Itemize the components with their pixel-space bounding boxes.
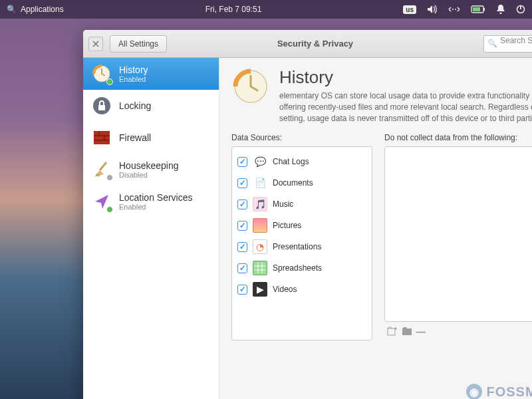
svg-rect-10 [94, 131, 110, 144]
sidebar-item-locking[interactable]: Locking [83, 90, 219, 122]
source-label: Videos [273, 285, 297, 294]
checkbox[interactable] [237, 263, 247, 273]
checkbox[interactable] [237, 242, 247, 252]
sidebar-item-label: History [119, 65, 148, 75]
power-icon[interactable] [516, 5, 525, 14]
source-pictures[interactable]: Pictures [236, 215, 368, 236]
exclude-label: Do not collect data from the following: [384, 133, 532, 142]
panel-datetime[interactable]: Fri, Feb 7 09:51 [205, 5, 262, 14]
add-folder-button[interactable] [402, 327, 412, 338]
chat-icon: 💬 [253, 154, 267, 169]
sidebar-item-label: Housekeeping [119, 160, 179, 171]
source-label: Music [273, 200, 293, 209]
source-label: Pictures [273, 221, 301, 230]
sources-list: 💬 Chat Logs 📄 Documents 🎵 Music [231, 146, 372, 340]
network-icon[interactable] [448, 5, 460, 13]
sidebar-item-label: Firewall [119, 132, 151, 143]
watermark: ◉ FOSSMint [466, 384, 532, 399]
checkbox[interactable] [237, 200, 247, 209]
source-label: Documents [273, 178, 313, 188]
svg-rect-3 [473, 7, 480, 11]
battery-icon[interactable] [471, 5, 485, 13]
svg-point-0 [452, 9, 454, 10]
exclude-toolbar: — [384, 324, 532, 340]
page-description: elementary OS can store local usage data… [279, 90, 532, 124]
svg-point-1 [455, 9, 456, 10]
sources-label: Data Sources: [231, 133, 372, 142]
history-icon [91, 63, 112, 84]
applications-menu[interactable]: 🔍 Applications [7, 5, 64, 14]
sound-icon[interactable] [427, 5, 438, 14]
keyboard-layout-indicator[interactable]: us [403, 5, 416, 14]
search-placeholder: Search Set [500, 36, 532, 45]
source-documents[interactable]: 📄 Documents [236, 172, 368, 194]
settings-window: All Settings Security & Privacy Search S… [83, 30, 532, 399]
source-presentations[interactable]: ◔ Presentations [236, 236, 368, 257]
source-label: Chat Logs [273, 157, 309, 166]
top-panel: 🔍 Applications Fri, Feb 7 09:51 us [0, 0, 532, 19]
svg-line-15 [100, 162, 106, 170]
videos-icon: ▶ [253, 282, 267, 297]
source-videos[interactable]: ▶ Videos [236, 279, 368, 300]
checkbox[interactable] [237, 178, 247, 188]
location-icon [91, 191, 112, 212]
sidebar: History Enabled Locking Firewall [83, 58, 219, 399]
presentations-icon: ◔ [253, 239, 267, 254]
pictures-icon [253, 218, 267, 233]
sidebar-item-status: Enabled [119, 75, 148, 83]
svg-rect-17 [388, 329, 395, 335]
svg-rect-9 [98, 105, 105, 110]
search-icon: 🔍 [7, 5, 17, 14]
window-title: Security & Privacy [154, 39, 477, 49]
add-file-button[interactable] [387, 327, 398, 338]
applications-label: Applications [21, 5, 64, 14]
source-label: Spreadsheets [273, 263, 322, 273]
notifications-icon[interactable] [496, 4, 505, 15]
search-input[interactable]: Search Set [483, 35, 532, 53]
titlebar: All Settings Security & Privacy Search S… [83, 30, 532, 58]
source-chat-logs[interactable]: 💬 Chat Logs [236, 151, 368, 172]
source-label: Presentations [273, 242, 321, 251]
music-icon: 🎵 [253, 197, 267, 211]
sidebar-item-label: Locking [119, 100, 151, 111]
remove-button[interactable]: — [416, 327, 426, 338]
close-button[interactable] [88, 37, 103, 51]
sidebar-item-firewall[interactable]: Firewall [83, 122, 219, 154]
page-title: History [279, 67, 532, 88]
content-pane: History elementary OS can store local us… [219, 58, 532, 399]
source-spreadsheets[interactable]: Spreadsheets [236, 257, 368, 279]
sidebar-item-location[interactable]: Location Services Enabled [83, 186, 219, 217]
sidebar-item-label: Location Services [119, 192, 193, 203]
source-music[interactable]: 🎵 Music [236, 194, 368, 215]
sidebar-item-history[interactable]: History Enabled [83, 58, 219, 90]
sidebar-item-status: Disabled [119, 171, 179, 179]
svg-rect-4 [483, 8, 485, 11]
firewall-icon [91, 127, 112, 148]
sidebar-item-housekeeping[interactable]: Housekeeping Disabled [83, 154, 219, 186]
document-icon: 📄 [253, 176, 267, 190]
watermark-icon: ◉ [466, 384, 482, 399]
exclude-list[interactable] [384, 146, 532, 322]
spreadsheets-icon [253, 261, 267, 275]
checkbox[interactable] [237, 285, 247, 295]
sidebar-item-status: Enabled [119, 203, 193, 211]
broom-icon [91, 159, 112, 180]
checkbox[interactable] [237, 221, 247, 231]
history-icon-large [231, 67, 270, 106]
watermark-text: FOSSMint [486, 384, 532, 400]
checkbox[interactable] [237, 157, 247, 167]
lock-icon [91, 95, 112, 116]
